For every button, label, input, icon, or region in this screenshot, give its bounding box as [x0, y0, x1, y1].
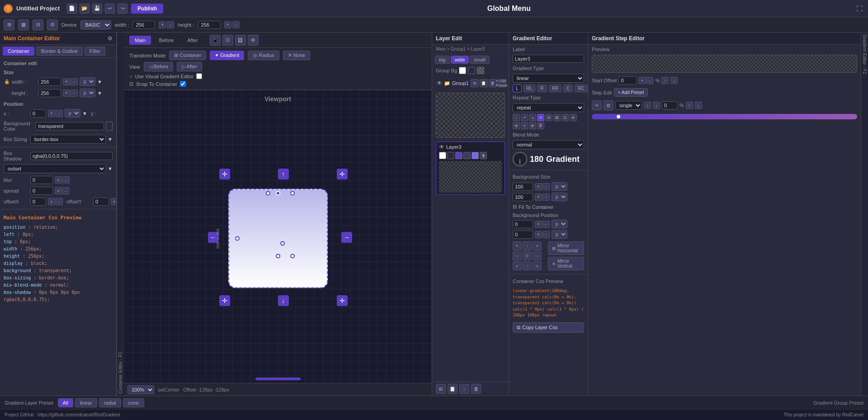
bg-size-h-input[interactable]	[513, 193, 533, 201]
tab-small[interactable]: small	[470, 56, 490, 64]
ro-8[interactable]: ⊕	[570, 114, 577, 121]
code-view-icon[interactable]: ⊕	[248, 35, 259, 46]
mc-7[interactable]: ↙	[513, 261, 522, 270]
repeat-type-select[interactable]: repeat	[513, 103, 584, 112]
preset-tab-radial[interactable]: radial	[99, 398, 121, 407]
image-view-icon[interactable]: 🖼	[235, 35, 246, 46]
step-num-dn[interactable]: ↓	[695, 102, 702, 109]
bg-pos-y-plus[interactable]: +	[535, 231, 542, 238]
ro-1[interactable]: ↕	[513, 114, 520, 121]
group-bg-swatch-dark[interactable]	[468, 67, 475, 74]
redo-icon[interactable]: ↪	[118, 4, 127, 14]
x-unit[interactable]: px	[65, 109, 80, 118]
add-group-btn[interactable]: + Add Preset	[498, 79, 506, 87]
swatch-violet[interactable]	[472, 152, 479, 159]
gradient-handle-top[interactable]	[276, 191, 280, 195]
height-plus[interactable]: +	[63, 90, 70, 97]
ro-2[interactable]: ↗	[521, 114, 528, 121]
mc-5[interactable]: ⊙	[523, 251, 532, 260]
radio-RL[interactable]: RL	[524, 85, 536, 92]
mc-6[interactable]: →	[533, 251, 542, 260]
slider-thumb[interactable]	[616, 114, 621, 119]
sidebar-gear-icon[interactable]: ⚙	[108, 35, 113, 42]
radio-R[interactable]: R	[537, 85, 547, 92]
offsetX-input[interactable]	[30, 198, 46, 206]
gradient-slider[interactable]	[592, 114, 857, 119]
step-type-select[interactable]: single	[615, 101, 642, 110]
mirror-vertical-btn[interactable]: ✕ Mirror Vertical	[548, 257, 584, 270]
spread-minus[interactable]: -	[62, 187, 70, 194]
preset-tab-all[interactable]: All	[58, 398, 73, 407]
settings-btn[interactable]: ⚙	[47, 19, 58, 30]
bg-size-h-plus[interactable]: +	[535, 193, 542, 201]
bg-pos-y-unit[interactable]: px	[552, 230, 567, 239]
bg-pos-x-minus[interactable]: -	[542, 221, 550, 228]
offset-plus[interactable]: +	[638, 77, 646, 84]
step-arr-dn[interactable]: ↓	[653, 102, 660, 109]
mc-3[interactable]: ↗	[533, 241, 542, 250]
canvas-box[interactable]: 256 × 256	[228, 189, 328, 288]
device-select[interactable]: BASIC	[80, 20, 111, 29]
gradient-handle-ml[interactable]	[235, 236, 240, 241]
new-file-icon[interactable]: 📄	[67, 4, 77, 14]
spread-plus[interactable]: +	[55, 187, 62, 194]
mc-8[interactable]: ↓	[523, 261, 532, 270]
offset-arr-dn[interactable]: ↓	[670, 77, 678, 84]
height-unit[interactable]: px	[80, 89, 95, 97]
radio-RC[interactable]: RC	[575, 85, 587, 92]
copy-group-btn[interactable]: ⧉	[471, 79, 479, 87]
gradient-handle-br[interactable]	[290, 254, 295, 258]
fit-screen-btn[interactable]: ⊞	[4, 19, 14, 30]
canvas-width-input[interactable]: 256	[132, 21, 155, 29]
ro-10[interactable]: ≡	[521, 122, 528, 129]
canvas-tab-before[interactable]: Before	[154, 36, 179, 45]
x-minus[interactable]: -	[56, 110, 63, 117]
mc-9[interactable]: ↘	[533, 261, 542, 270]
bg-size-w-plus[interactable]: +	[535, 183, 542, 190]
canvas-tab-main[interactable]: Main	[129, 36, 151, 45]
step-arr-up[interactable]: ↑	[644, 102, 651, 109]
box-sizing-select[interactable]: border-box	[30, 135, 106, 144]
offset-arr-up[interactable]: ↑	[661, 77, 669, 84]
viewport-canvas[interactable]: Viewport ✛ ↑ ✛ ← → ✛	[124, 90, 432, 383]
step-num-up[interactable]: ↑	[686, 102, 693, 109]
view-after-btn[interactable]: ▷ After	[177, 62, 202, 71]
layer-view-icon[interactable]: ⊡	[222, 35, 233, 46]
bg-color-input[interactable]	[35, 122, 104, 130]
canvas-width-minus[interactable]: -	[167, 21, 174, 28]
snap-checkbox[interactable]	[180, 81, 186, 87]
width-unit[interactable]: px	[80, 77, 95, 86]
layer3-item[interactable]: 👁 Layer3 🗑	[436, 142, 505, 195]
step-copy-btn[interactable]: ⧉	[604, 100, 613, 110]
blur-minus[interactable]: -	[62, 176, 70, 184]
ro-4[interactable]: ⊞	[537, 114, 544, 121]
group-bg-swatch-white[interactable]	[459, 67, 466, 74]
layer-delete-btn[interactable]: 🗑	[471, 384, 481, 394]
angle-dial[interactable]	[513, 152, 527, 166]
zoom-select[interactable]: 100%	[127, 385, 154, 394]
ro-11[interactable]: ≢	[529, 122, 536, 129]
transform-container-btn[interactable]: ⊞ Container	[169, 51, 206, 60]
radio-L[interactable]: L	[513, 85, 522, 92]
handle-top-left-outer[interactable]: ✛	[219, 169, 230, 179]
mc-2[interactable]: ↑	[523, 241, 532, 250]
width-minus[interactable]: -	[71, 78, 78, 85]
preset-tab-linear[interactable]: linear	[75, 398, 97, 407]
bg-pos-y-minus[interactable]: -	[542, 231, 550, 238]
layout-btn[interactable]: ⊟	[33, 19, 43, 30]
height-input[interactable]	[38, 89, 61, 97]
ro-6[interactable]: ⊠	[553, 114, 561, 121]
ro-7[interactable]: ⊡	[561, 114, 569, 121]
grid-view-btn[interactable]: ▦	[18, 19, 29, 30]
radio-RR[interactable]: RR	[549, 85, 561, 92]
offset-minus[interactable]: -	[646, 77, 653, 84]
offsetY-plus[interactable]: +	[111, 198, 117, 205]
publish-button[interactable]: Publish	[131, 4, 163, 14]
save-icon[interactable]: 💾	[92, 4, 102, 14]
gradient-handle-tr[interactable]	[290, 191, 295, 195]
label-input[interactable]	[513, 55, 584, 63]
bg-size-w-unit[interactable]: px	[552, 182, 567, 191]
box-shadow-input[interactable]	[30, 152, 113, 160]
transform-gradient-btn[interactable]: ✦ Gradient	[210, 51, 244, 60]
layer-eye-icon[interactable]: 👁	[439, 144, 444, 150]
